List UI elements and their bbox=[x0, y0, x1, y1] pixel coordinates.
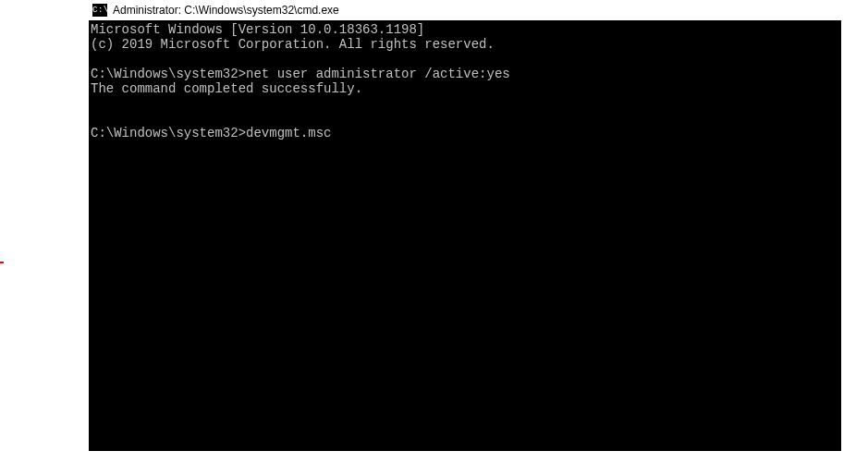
banner-line-1: Microsoft Windows [Version 10.0.18363.11… bbox=[91, 22, 424, 37]
cmd-window: C:\ Administrator: C:\Windows\system32\c… bbox=[89, 0, 841, 451]
prompt-2: C:\Windows\system32> bbox=[91, 126, 246, 140]
output-1: The command completed successfully. bbox=[91, 81, 362, 96]
window-titlebar[interactable]: C:\ Administrator: C:\Windows\system32\c… bbox=[89, 0, 841, 20]
prompt-1: C:\Windows\system32> bbox=[91, 67, 246, 81]
banner-line-2: (c) 2019 Microsoft Corporation. All righ… bbox=[91, 37, 495, 52]
window-title: Administrator: C:\Windows\system32\cmd.e… bbox=[113, 4, 339, 17]
terminal-area[interactable]: Microsoft Windows [Version 10.0.18363.11… bbox=[89, 20, 841, 451]
command-1: net user administrator /active:yes bbox=[246, 67, 510, 81]
cmd-icon: C:\ bbox=[92, 4, 107, 17]
command-2: devmgmt.msc bbox=[246, 126, 331, 140]
red-mark bbox=[0, 262, 4, 263]
